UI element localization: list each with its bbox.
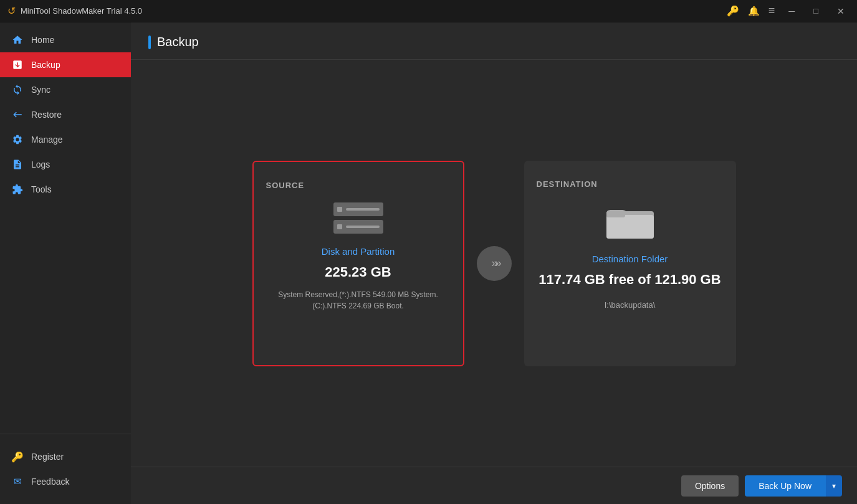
destination-label: DESTINATION [537, 179, 598, 189]
backup-now-dropdown-button[interactable]: ▾ [825, 475, 842, 497]
menu-icon[interactable]: ≡ [768, 4, 775, 17]
register-key-icon: 🔑 [11, 450, 24, 463]
sidebar-item-tools[interactable]: Tools [0, 177, 131, 202]
sidebar-item-register[interactable]: 🔑 Register [0, 444, 131, 469]
bottom-bar: Options Back Up Now ▾ [131, 467, 857, 504]
sidebar-label-sync: Sync [31, 85, 50, 95]
svg-rect-1 [606, 215, 654, 239]
restore-icon [11, 108, 24, 121]
arrow-button[interactable]: »» [477, 246, 512, 281]
sidebar-label-register: Register [31, 452, 64, 462]
source-name: Disk and Partition [322, 246, 395, 257]
backup-icon [11, 59, 24, 71]
backup-now-button[interactable]: Back Up Now [745, 475, 825, 497]
backup-now-container: Back Up Now ▾ [745, 475, 842, 497]
backup-cards-container: SOURCE Disk and Partition 225.23 GB Syst… [131, 60, 857, 467]
disk-and-partition-icon [333, 202, 383, 234]
logs-icon [11, 158, 24, 171]
titlebar: ↺ MiniTool ShadowMaker Trial 4.5.0 🔑 🔔 ≡… [0, 0, 857, 22]
sidebar-label-logs: Logs [31, 159, 50, 169]
folder-svg [605, 201, 655, 241]
sidebar-item-sync[interactable]: Sync [0, 77, 131, 102]
sidebar-item-backup[interactable]: Backup [0, 52, 131, 77]
destination-free: 117.74 GB free of 121.90 GB [539, 272, 721, 288]
source-card[interactable]: SOURCE Disk and Partition 225.23 GB Syst… [252, 161, 464, 366]
disk-slot-dot-1 [337, 207, 342, 212]
sidebar: Home Backup Sync Restore [0, 22, 131, 504]
app-title: MiniTool ShadowMaker Trial 4.5.0 [21, 6, 727, 16]
disk-slot-1 [333, 202, 383, 216]
sidebar-bottom: 🔑 Register ✉ Feedback [0, 434, 131, 504]
arrow-icon: »» [491, 257, 499, 270]
close-button[interactable]: ✕ [832, 5, 850, 17]
destination-name: Destination Folder [592, 254, 668, 264]
source-label: SOURCE [266, 181, 305, 190]
sidebar-label-restore: Restore [31, 110, 62, 120]
page-title-container: Backup [148, 35, 840, 49]
feedback-envelope-icon: ✉ [11, 475, 24, 488]
minimize-button[interactable]: ─ [783, 5, 800, 17]
sync-icon [11, 83, 24, 96]
disk-slot-dot-2 [337, 224, 342, 229]
titlebar-controls: 🔑 🔔 ≡ ─ □ ✕ [727, 4, 850, 17]
tools-icon [11, 183, 24, 196]
main-layout: Home Backup Sync Restore [0, 22, 857, 504]
sidebar-label-tools: Tools [31, 184, 52, 194]
sidebar-item-feedback[interactable]: ✉ Feedback [0, 469, 131, 494]
sidebar-label-feedback: Feedback [31, 477, 69, 487]
sidebar-label-backup: Backup [31, 60, 60, 70]
sidebar-item-manage[interactable]: Manage [0, 127, 131, 152]
bell-icon[interactable]: 🔔 [748, 6, 760, 17]
source-description: System Reserved,(*:).NTFS 549.00 MB Syst… [278, 289, 438, 311]
sidebar-item-home[interactable]: Home [0, 27, 131, 52]
maximize-button[interactable]: □ [808, 5, 823, 17]
source-size: 225.23 GB [325, 264, 391, 280]
app-logo-icon: ↺ [7, 5, 16, 17]
destination-path: I:\backupdata\ [605, 300, 656, 310]
folder-icon [605, 201, 655, 241]
page-title: Backup [157, 35, 199, 49]
sidebar-item-restore[interactable]: Restore [0, 102, 131, 127]
content-area: Backup SOURCE Disk and Partiti [131, 22, 857, 504]
disk-slot-bar-2 [346, 226, 380, 228]
sidebar-item-logs[interactable]: Logs [0, 152, 131, 177]
sidebar-nav: Home Backup Sync Restore [0, 22, 131, 434]
disk-slot-bar-1 [346, 208, 380, 211]
destination-card[interactable]: DESTINATION Destination Folder 117.74 GB… [524, 161, 736, 366]
disk-slot-2 [333, 220, 383, 234]
page-title-bar-accent [148, 36, 151, 49]
page-header: Backup [131, 22, 857, 60]
key-icon[interactable]: 🔑 [727, 5, 739, 17]
sidebar-label-home: Home [31, 35, 54, 45]
options-button[interactable]: Options [681, 475, 739, 497]
manage-icon [11, 133, 24, 146]
home-icon [11, 34, 24, 46]
sidebar-label-manage: Manage [31, 135, 63, 145]
